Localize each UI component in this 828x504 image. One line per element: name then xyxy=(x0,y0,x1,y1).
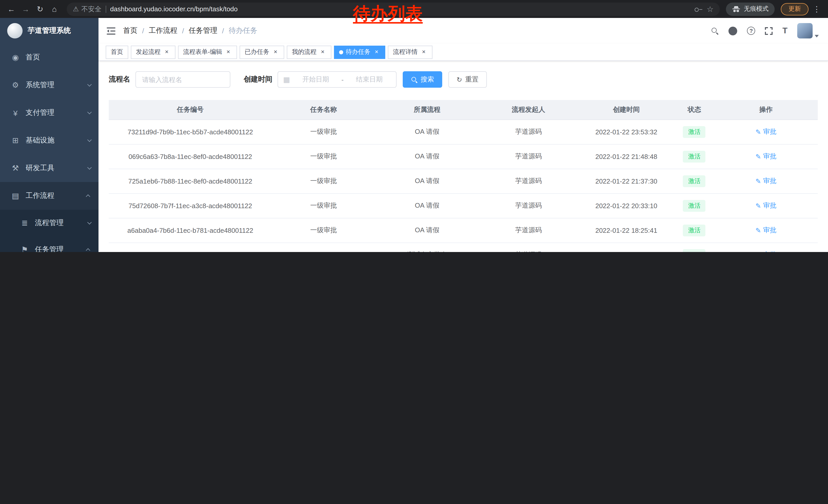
incognito-icon xyxy=(732,5,740,12)
browser-refresh-icon[interactable]: ↻ xyxy=(34,3,46,15)
close-icon[interactable]: × xyxy=(225,48,232,56)
update-label: 更新 xyxy=(788,5,801,13)
cell-status: 激活 xyxy=(675,242,714,252)
help-icon[interactable] xyxy=(747,27,755,35)
incognito-badge: 无痕模式 xyxy=(726,2,775,16)
approve-link[interactable]: ✎ 审批 xyxy=(755,201,777,210)
sidebar-item-label: 基础设施 xyxy=(26,136,54,145)
cell-process: OA 请假 xyxy=(375,218,479,242)
sidebar-item-home[interactable]: ◉ 首页 xyxy=(0,44,98,71)
close-icon[interactable]: × xyxy=(272,48,279,56)
status-badge: 激活 xyxy=(683,200,706,212)
cell-status: 激活 xyxy=(675,169,714,193)
github-icon[interactable] xyxy=(729,27,737,35)
close-icon[interactable]: × xyxy=(319,48,326,56)
sidebar-item-infra[interactable]: ⊞ 基础设施 xyxy=(0,127,98,154)
filter-bar: 流程名 创建时间 ▦ 开始日期 - 结束日期 搜 xyxy=(109,71,818,88)
fullscreen-icon[interactable] xyxy=(765,27,773,35)
close-icon[interactable]: × xyxy=(420,48,427,56)
table-row: 75d72608-7b7f-11ec-a3c8-acde48001122 一级审… xyxy=(109,193,818,218)
status-badge: 激活 xyxy=(683,126,706,138)
column-header-actions: 操作 xyxy=(714,100,818,120)
tab-label: 流程表单-编辑 xyxy=(183,48,222,56)
breadcrumb-item[interactable]: 任务管理 xyxy=(189,26,217,35)
cell-actions: ✎ 审批 xyxy=(714,169,818,193)
cell-initiator: 芋道源码 xyxy=(479,169,578,193)
calendar-icon: ▦ xyxy=(283,75,290,84)
tab[interactable]: 已办任务 × xyxy=(240,45,284,59)
edit-icon: ✎ xyxy=(755,202,761,210)
app-logo-row[interactable]: 芋道管理系统 xyxy=(0,18,98,44)
process-list-icon: ≣ xyxy=(19,218,30,228)
incognito-label: 无痕模式 xyxy=(744,5,769,13)
sidebar-item-label: 首页 xyxy=(26,53,40,62)
cell-process: 测试多审批人 xyxy=(375,242,479,252)
cell-task-name: 一级审批 xyxy=(272,169,376,193)
browser-back-icon[interactable]: ← xyxy=(5,3,17,15)
close-icon[interactable]: × xyxy=(373,48,380,56)
cell-task-id: 725a1eb6-7b88-11ec-8ef0-acde48001122 xyxy=(109,169,272,193)
sidebar: 芋道管理系统 ◉ 首页 ⚙ 系统管理 ¥ 支付管理 ⊞ 基础设施 ⚒ 研发工具 … xyxy=(0,18,98,252)
process-name-input[interactable] xyxy=(135,71,230,88)
sidebar-item-system[interactable]: ⚙ 系统管理 xyxy=(0,71,98,99)
sidebar-toggle-icon[interactable] xyxy=(107,27,116,35)
tab[interactable]: 我的流程 × xyxy=(287,45,331,59)
breadcrumb-item[interactable]: 首页 xyxy=(123,26,137,35)
cell-task-name: 一级审批 xyxy=(272,120,376,144)
date-range-picker[interactable]: ▦ 开始日期 - 结束日期 xyxy=(278,71,397,88)
column-header-task-name: 任务名称 xyxy=(272,100,376,120)
close-icon[interactable]: × xyxy=(163,48,170,56)
browser-home-icon[interactable]: ⌂ xyxy=(48,3,60,15)
approve-link[interactable]: ✎ 审批 xyxy=(755,226,777,235)
approve-link[interactable]: ✎ 审批 xyxy=(755,176,777,186)
bookmark-star-icon[interactable]: ☆ xyxy=(707,4,714,13)
chevron-down-icon xyxy=(87,165,92,170)
approve-link[interactable]: ✎ 审批 xyxy=(755,250,777,252)
cell-status: 激活 xyxy=(675,218,714,242)
approve-link[interactable]: ✎ 审批 xyxy=(755,127,777,136)
infra-icon: ⊞ xyxy=(10,136,20,145)
reset-button[interactable]: ↻ 重置 xyxy=(448,71,487,88)
gear-icon: ⚙ xyxy=(10,81,20,90)
sidebar-item-process-mgmt[interactable]: ≣ 流程管理 xyxy=(0,210,98,236)
table-row: 069c6a63-7b8a-11ec-8ef0-acde48001122 一级审… xyxy=(109,144,818,169)
sidebar-item-payment[interactable]: ¥ 支付管理 xyxy=(0,99,98,127)
cell-created-time: 2022-01-22 21:37:30 xyxy=(578,169,675,193)
end-date-placeholder: 结束日期 xyxy=(348,75,391,84)
search-button[interactable]: 搜索 xyxy=(403,71,442,88)
cell-initiator: 芋道源码 xyxy=(479,144,578,169)
tab[interactable]: 待办任务 × xyxy=(334,45,385,59)
tab[interactable]: 流程详情 × xyxy=(388,45,432,59)
chevron-down-icon xyxy=(815,35,819,37)
sidebar-item-task-mgmt[interactable]: ⚑ 任务管理 xyxy=(0,236,98,252)
cell-initiator: 芋道源码 xyxy=(479,218,578,242)
breadcrumb-item: 待办任务 xyxy=(229,26,257,35)
tab-label: 我的流程 xyxy=(292,48,317,56)
sidebar-item-devtools[interactable]: ⚒ 研发工具 xyxy=(0,154,98,182)
font-size-icon[interactable]: T xyxy=(782,26,787,35)
cell-task-id: 8f0d1619-7ac8-11ec-a9e2-a2380e71991a xyxy=(109,242,272,252)
update-button[interactable]: 更新 xyxy=(781,3,809,15)
tab[interactable]: 首页 xyxy=(106,45,128,59)
sidebar-item-label: 支付管理 xyxy=(26,108,54,118)
avatar-image xyxy=(797,23,813,39)
sidebar-menu: ◉ 首页 ⚙ 系统管理 ¥ 支付管理 ⊞ 基础设施 ⚒ 研发工具 ▤ 工作流程 … xyxy=(0,44,98,252)
breadcrumb-item[interactable]: 工作流程 xyxy=(149,26,177,35)
app-title: 芋道管理系统 xyxy=(28,26,71,35)
tags-view: 首页 发起流程 × 流程表单-编辑 × 已办任务 × 我的流程 × 待办任务 ×… xyxy=(98,44,828,61)
tab[interactable]: 发起流程 × xyxy=(131,45,175,59)
search-icon[interactable] xyxy=(711,27,719,35)
cell-task-name: 一级审批 xyxy=(272,218,376,242)
user-avatar[interactable] xyxy=(797,23,813,39)
sidebar-item-label: 系统管理 xyxy=(26,81,54,90)
app-logo xyxy=(7,23,23,39)
search-button-label: 搜索 xyxy=(421,75,434,84)
browser-forward-icon[interactable]: → xyxy=(19,3,32,15)
sidebar-item-workflow[interactable]: ▤ 工作流程 xyxy=(0,182,98,210)
tab[interactable]: 流程表单-编辑 × xyxy=(178,45,237,59)
annotation-overlay: 待办列表 xyxy=(353,4,423,23)
column-header-created-time: 创建时间 xyxy=(578,100,675,120)
browser-menu-icon[interactable]: ⋮ xyxy=(811,3,823,15)
password-key-icon[interactable] xyxy=(694,5,703,13)
approve-link[interactable]: ✎ 审批 xyxy=(755,152,777,161)
